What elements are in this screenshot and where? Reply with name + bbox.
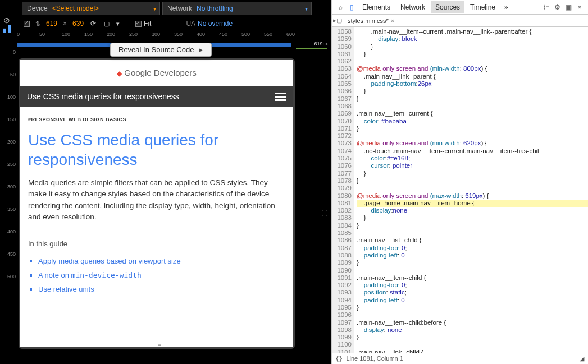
- intro-paragraph: Media queries are simple filters that ca…: [28, 177, 285, 223]
- table-of-contents: Apply media queries based on viewport si…: [28, 257, 285, 293]
- step-icon[interactable]: ▖▌: [3, 25, 13, 33]
- swap-icon[interactable]: ⇅: [35, 20, 40, 27]
- search-icon[interactable]: ⌕: [335, 3, 345, 11]
- screenshot-icon[interactable]: ▢: [104, 20, 110, 27]
- dock-icon[interactable]: ▣: [563, 3, 573, 11]
- page-content: #RESPONSIVE WEB DESIGN BASICS Use CSS me…: [20, 107, 293, 309]
- horizontal-ruler: 050100150200250300350400450500550600: [17, 30, 331, 40]
- page-navbar: Use CSS media queries for responsiveness: [20, 86, 293, 107]
- resize-handle-icon[interactable]: ≡: [158, 343, 162, 349]
- code-editor[interactable]: 1058105910601061106210631064106510661067…: [332, 27, 588, 353]
- height-input[interactable]: 639: [72, 20, 84, 27]
- device-select[interactable]: Device <Select model>: [22, 2, 160, 15]
- ua-label: UA: [186, 20, 195, 27]
- device-viewport: Google Developers Use CSS media queries …: [19, 58, 295, 349]
- close-tab-icon[interactable]: ×: [391, 17, 394, 24]
- tab-sources[interactable]: Sources: [431, 1, 464, 13]
- nav-title: Use CSS media queries for responsiveness: [27, 92, 179, 101]
- stop-icon[interactable]: ⊘: [3, 16, 10, 25]
- console-icon[interactable]: ⟩⁼: [541, 3, 551, 11]
- cursor-position: Line 1081, Column 1: [346, 355, 403, 362]
- reveal-source-popup[interactable]: Reveal In Source Code: [110, 43, 212, 57]
- tab-timeline[interactable]: Timeline: [466, 1, 500, 13]
- line-gutter: 1058105910601061106210631064106510661067…: [332, 27, 354, 353]
- device-toolbar-row1: Device <Select model> Network No throttl…: [0, 0, 331, 17]
- toc-item[interactable]: Use relative units: [38, 285, 285, 293]
- guide-label: In this guide: [28, 239, 285, 248]
- navigator-toggle-icon[interactable]: ▸▢: [332, 15, 343, 26]
- fit-checkbox[interactable]: [135, 21, 142, 27]
- file-tabstrip: ▸▢ styles.min.css* ×: [332, 15, 588, 27]
- width-input[interactable]: 619: [46, 20, 57, 27]
- coverage-icon[interactable]: ◪: [579, 355, 585, 362]
- network-throttle-select[interactable]: Network No throttling: [162, 2, 312, 15]
- fit-label: Fit: [144, 20, 151, 27]
- code-content[interactable]: .main-nav__item--current .main-nav__link…: [354, 27, 588, 353]
- breadcrumb[interactable]: #RESPONSIVE WEB DESIGN BASICS: [28, 117, 285, 122]
- dimensions-checkbox[interactable]: [24, 21, 30, 27]
- devtools-tabbar: ⌕ ▯ Elements Network Sources Timeline » …: [332, 0, 588, 15]
- editor-statusbar: {} Line 1081, Column 1 ◪: [332, 353, 588, 364]
- reload-icon[interactable]: ⟳: [90, 20, 96, 27]
- close-icon[interactable]: ×: [575, 3, 585, 11]
- ua-value[interactable]: No override: [198, 20, 233, 27]
- page-title: Use CSS media queries for responsiveness: [28, 130, 285, 169]
- devtools-panel: ⌕ ▯ Elements Network Sources Timeline » …: [331, 0, 588, 364]
- viewport-container: Google Developers Use CSS media queries …: [17, 49, 331, 364]
- hamburger-icon[interactable]: [275, 93, 286, 101]
- device-toolbar-row2: ⇅ 619 × 639 ⟳ ▢ ▾ Fit UA No override: [0, 17, 331, 30]
- file-tab[interactable]: styles.min.css* ×: [343, 16, 399, 25]
- google-developers-logo[interactable]: Google Developers: [117, 68, 196, 77]
- format-icon[interactable]: {}: [335, 355, 343, 362]
- device-mode-panel: ⊘ ▖▌ Device <Select model> Network No th…: [0, 0, 331, 364]
- brand-header: Google Developers: [20, 60, 293, 86]
- page-preview: Google Developers Use CSS media queries …: [20, 60, 293, 347]
- tab-network[interactable]: Network: [396, 1, 430, 13]
- vertical-ruler: 050100150200250300350400450500: [0, 39, 17, 364]
- toc-item[interactable]: A note on min-device-width: [38, 271, 285, 279]
- tabs-overflow[interactable]: »: [501, 1, 512, 13]
- panel-resize-handle[interactable]: ⋮⋮: [322, 208, 328, 219]
- toc-item[interactable]: Apply media queries based on viewport si…: [38, 257, 285, 265]
- device-mode-icon[interactable]: ▯: [347, 3, 357, 11]
- gear-icon[interactable]: ⚙: [552, 3, 562, 11]
- tab-elements[interactable]: Elements: [358, 1, 395, 13]
